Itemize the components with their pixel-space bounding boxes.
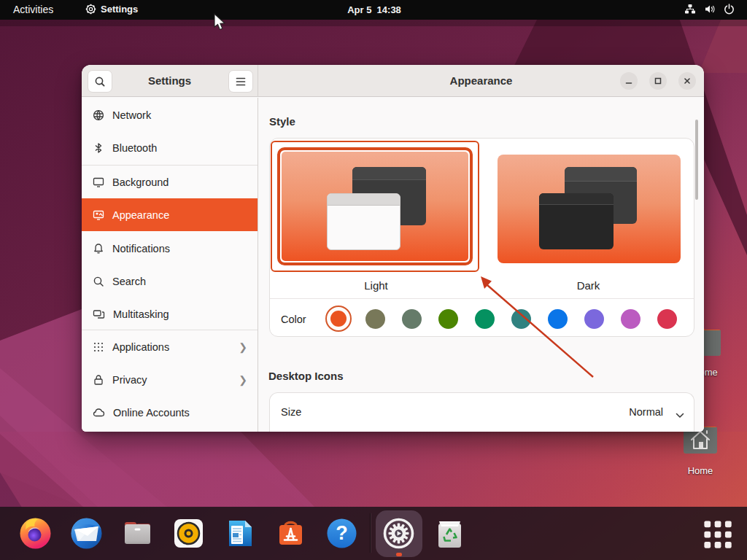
svg-text:?: ? (336, 522, 348, 544)
